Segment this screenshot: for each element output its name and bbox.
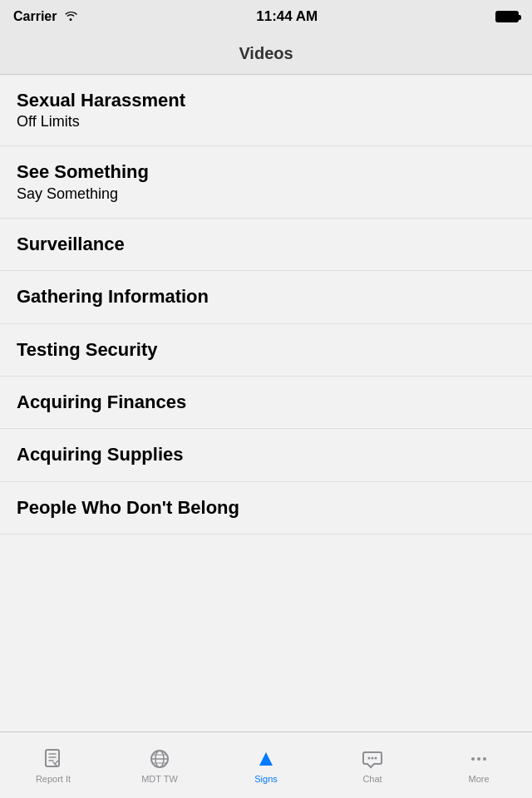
svg-point-6: [372, 756, 374, 759]
tab-chat-label: Chat: [362, 774, 382, 784]
status-bar: Carrier 11:44 AM: [0, 0, 532, 33]
svg-marker-4: [259, 752, 273, 766]
item-title: See Something: [17, 161, 515, 183]
signs-icon: [254, 747, 278, 771]
item-title: Sexual Harassment: [17, 90, 515, 111]
item-subtitle: Off Limits: [17, 113, 515, 131]
svg-point-10: [483, 757, 486, 761]
item-title: People Who Don't Belong: [17, 497, 515, 519]
mdt-tw-icon: [148, 747, 171, 771]
tab-signs-label: Signs: [254, 774, 278, 784]
tab-chat[interactable]: Chat: [319, 741, 426, 791]
item-title: Gathering Information: [17, 286, 515, 308]
tab-more-label: More: [468, 774, 489, 784]
svg-point-9: [477, 757, 480, 761]
carrier-info: Carrier: [13, 9, 78, 24]
tab-bar: Report It MDT TW Signs Chat: [0, 732, 532, 798]
list-item[interactable]: See SomethingSay Something: [0, 146, 532, 218]
carrier-label: Carrier: [13, 9, 57, 24]
list-item[interactable]: Testing Security: [0, 324, 532, 377]
nav-bar: Videos: [0, 33, 532, 75]
item-title: Acquiring Finances: [17, 392, 515, 413]
tab-report-it-label: Report It: [36, 774, 71, 784]
wifi-icon: [63, 9, 78, 24]
svg-point-7: [375, 756, 377, 759]
page-title: Videos: [239, 44, 293, 63]
list-item[interactable]: Surveillance: [0, 219, 532, 271]
item-title: Surveillance: [17, 234, 515, 255]
chat-icon: [361, 747, 384, 771]
list-item[interactable]: Acquiring Supplies: [0, 429, 532, 481]
battery-indicator: [495, 11, 519, 22]
tab-mdt-tw[interactable]: MDT TW: [106, 741, 213, 791]
svg-point-5: [368, 756, 371, 759]
list-item[interactable]: People Who Don't Belong: [0, 482, 532, 534]
more-icon: [467, 747, 490, 771]
report-it-icon: [42, 747, 65, 771]
svg-rect-0: [46, 750, 59, 766]
battery-icon: [495, 11, 519, 22]
svg-point-8: [471, 757, 475, 761]
tab-signs[interactable]: Signs: [213, 741, 319, 791]
videos-list: Sexual HarassmentOff LimitsSee Something…: [0, 75, 532, 732]
list-item[interactable]: Gathering Information: [0, 271, 532, 323]
item-title: Testing Security: [17, 339, 515, 361]
item-title: Acquiring Supplies: [17, 444, 515, 466]
list-item[interactable]: Sexual HarassmentOff Limits: [0, 75, 532, 146]
tab-more[interactable]: More: [426, 741, 532, 791]
list-item[interactable]: Acquiring Finances: [0, 377, 532, 429]
time-label: 11:44 AM: [256, 8, 318, 25]
tab-report-it[interactable]: Report It: [0, 741, 106, 791]
item-subtitle: Say Something: [17, 185, 515, 203]
tab-mdt-tw-label: MDT TW: [141, 774, 178, 784]
